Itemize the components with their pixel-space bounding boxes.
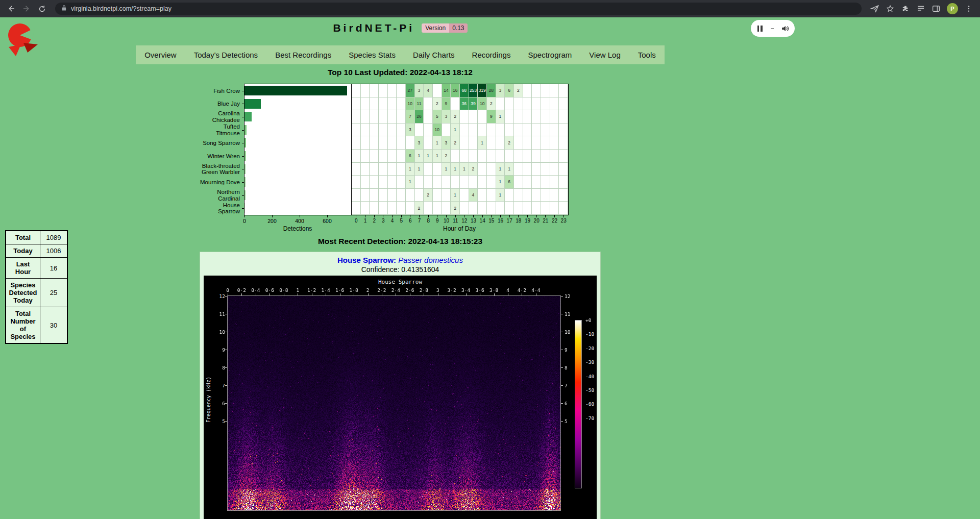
heatmap-cell xyxy=(415,176,424,189)
stat-value[interactable]: 30 xyxy=(40,307,68,344)
hour-xtick-label: 16 xyxy=(498,218,503,224)
species-tick xyxy=(242,91,244,91)
heatmap-cell xyxy=(388,163,397,176)
nav-recordings[interactable]: Recordings xyxy=(463,45,520,64)
nav-daily-charts[interactable]: Daily Charts xyxy=(404,45,463,64)
bar-xtick xyxy=(272,215,273,217)
spectrogram-time-tick xyxy=(396,293,396,295)
species-label: Song Sparrow xyxy=(200,136,240,150)
nav-overview[interactable]: Overview xyxy=(136,45,185,64)
heatmap-cell xyxy=(460,189,469,202)
heatmap-cell xyxy=(469,202,478,215)
spectrogram-time-label: 1·2 xyxy=(307,287,316,293)
nav-today-s-detections[interactable]: Today's Detections xyxy=(185,45,266,64)
confidence-text: Confidence: 0.41351604 xyxy=(200,265,600,274)
heatmap-cell xyxy=(559,97,568,111)
spectrogram-time-tick xyxy=(410,293,410,295)
heatmap-cell xyxy=(388,176,397,189)
heatmap-cell xyxy=(370,84,379,97)
heatmap-cell xyxy=(370,136,379,150)
spectrogram-time-label: 1·4 xyxy=(322,287,330,293)
heatmap-cell: 2 xyxy=(433,97,442,111)
heatmap-cell: 2 xyxy=(442,150,451,163)
heatmap-cell: 3 xyxy=(415,84,424,97)
spectrogram-time-label: 3·8 xyxy=(489,287,498,293)
spectrogram-freq-tick-right xyxy=(561,296,563,296)
heatmap-cell xyxy=(370,150,379,163)
pause-button[interactable] xyxy=(756,26,763,32)
heatmap-cell xyxy=(523,189,532,202)
spectrogram-freq-tick-right xyxy=(561,350,563,350)
page: BirdNET-Pi Version 0.13 OverviewToday's … xyxy=(0,17,980,519)
reload-icon[interactable] xyxy=(35,2,49,16)
heatmap-cell xyxy=(550,123,559,137)
stat-value[interactable]: 1006 xyxy=(40,244,68,258)
side-panel-icon[interactable] xyxy=(929,2,943,16)
back-icon[interactable] xyxy=(4,2,18,16)
lock-icon xyxy=(61,5,67,13)
species-tick xyxy=(242,169,244,169)
heatmap-cell xyxy=(370,163,379,176)
heatmap-cell xyxy=(514,123,523,137)
spectrogram-freq-tick-left xyxy=(225,385,227,386)
reading-list-icon[interactable] xyxy=(914,2,928,16)
stat-value: 1089 xyxy=(40,231,68,244)
address-bar[interactable]: virginia.birdnetpi.com/?stream=play xyxy=(55,3,862,15)
heatmap-cell: 1 xyxy=(433,136,442,150)
species-common-link[interactable]: House Sparrow: xyxy=(337,256,396,264)
spectrogram-freq-label-right: 8 xyxy=(565,365,578,370)
species-latin-link[interactable]: Passer domesticus xyxy=(398,256,463,264)
hour-xtick xyxy=(437,215,437,217)
spectrogram-time-label: 2·8 xyxy=(420,287,428,293)
heatmap-cell xyxy=(514,189,523,202)
heatmap-cell xyxy=(451,176,460,189)
bar-xtick-label: 600 xyxy=(323,218,332,224)
bookmark-star-icon[interactable] xyxy=(883,2,897,16)
profile-avatar[interactable]: P xyxy=(947,3,958,14)
heatmap-cell: 1 xyxy=(505,163,514,176)
heatmap-cell xyxy=(424,110,433,123)
stat-value[interactable]: 25 xyxy=(40,279,68,307)
volume-icon[interactable] xyxy=(781,24,789,33)
heatmap-cell: 6 xyxy=(406,150,415,163)
hour-xtick-label: 19 xyxy=(525,218,530,224)
heatmap-cell: 3 xyxy=(442,110,451,123)
heatmap-cell xyxy=(397,189,406,202)
heatmap-cell xyxy=(370,202,379,215)
hour-xtick-label: 7 xyxy=(418,218,421,224)
heatmap-cell: 2 xyxy=(415,202,424,215)
heatmap-cell: 16 xyxy=(451,84,460,97)
nav-tools[interactable]: Tools xyxy=(629,45,665,64)
top10-heading: Top 10 Last Updated: 2022-04-13 18:12 xyxy=(0,68,800,77)
send-icon[interactable] xyxy=(868,2,882,16)
nav-species-stats[interactable]: Species Stats xyxy=(340,45,404,64)
heatmap-cell xyxy=(406,202,415,215)
stat-label: Total Number of Species xyxy=(6,307,40,344)
colorbar-label: -40 xyxy=(585,374,594,379)
heatmap-cell xyxy=(433,189,442,202)
nav-best-recordings[interactable]: Best Recordings xyxy=(266,45,340,64)
hour-xtick-label: 12 xyxy=(461,218,467,224)
heatmap-cell xyxy=(532,97,541,111)
menu-icon[interactable] xyxy=(962,2,976,16)
heatmap-cell xyxy=(496,150,505,163)
heatmap-cell xyxy=(352,84,361,97)
heatmap-cell xyxy=(541,176,550,189)
extensions-icon[interactable] xyxy=(898,2,913,16)
spectrogram-freq-tick-right xyxy=(561,332,563,332)
heatmap-cell xyxy=(523,110,532,123)
spectrogram-time-label: 0·2 xyxy=(237,287,246,293)
spectrogram-freq-label-right: 5 xyxy=(565,418,578,424)
heatmap-cell xyxy=(361,150,370,163)
heatmap-cell xyxy=(478,123,487,137)
heatmap-cell xyxy=(352,150,361,163)
species-tick xyxy=(242,195,244,196)
heatmap-cell xyxy=(523,97,532,111)
heatmap-cell xyxy=(505,202,514,215)
spectrogram-time-label: 1·6 xyxy=(335,287,344,293)
nav-view-log[interactable]: View Log xyxy=(580,45,629,64)
nav-spectrogram[interactable]: Spectrogram xyxy=(519,45,580,64)
forward-icon[interactable] xyxy=(19,2,34,16)
hour-xtick-label: 15 xyxy=(488,218,494,224)
heatmap-cell xyxy=(379,123,388,137)
